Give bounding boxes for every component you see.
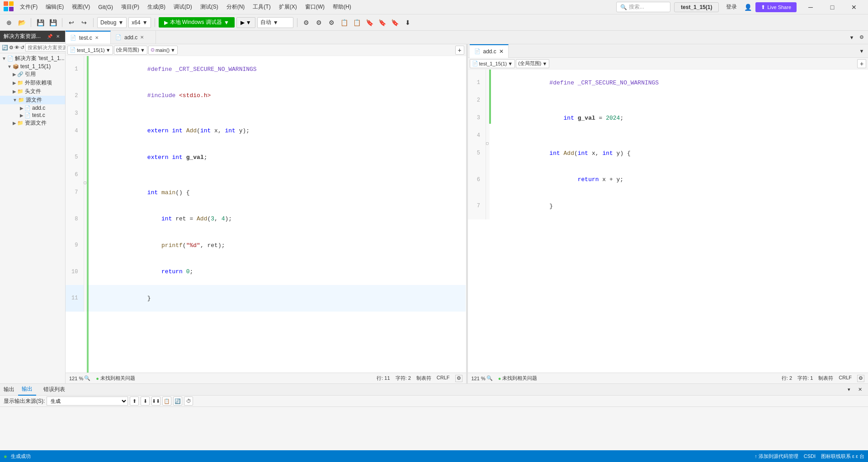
sync-btn[interactable]: 🔄 [2,43,8,52]
right-tab-close[interactable]: ✕ [499,48,504,55]
line-num-5: 5 [66,144,84,171]
debug-tool6[interactable]: 🔖 [364,17,375,28]
tree-item-references[interactable]: ▶ 🔗 引用 [0,70,65,79]
tree-item-project[interactable]: ▼ 📦 test_1_15(1) [0,63,65,70]
output-btn3[interactable]: ⬇⬇ [151,397,160,406]
minimize-button[interactable]: ─ [800,0,821,14]
menu-help[interactable]: 帮助(H) [329,1,355,13]
menu-git[interactable]: Git(G) [94,2,117,12]
right-no-errors: ● 未找到相关问题 [498,375,538,382]
debug-tool1[interactable]: ⚙ [301,17,312,28]
menu-view[interactable]: 视图(V) [68,1,94,13]
debug-tool4[interactable]: 📋 [339,17,350,28]
undo-btn[interactable]: ↩ [66,17,77,28]
tree-item-add-c[interactable]: ▶ 📄 add.c [0,104,65,112]
right-file-dropdown[interactable]: 📄 test_1_15(1) ▼ [470,59,515,68]
debug-tool3[interactable]: ⚙ [326,17,337,28]
panel-close-btn[interactable]: ✕ [855,385,864,394]
left-settings-btn[interactable]: ⚙ [455,375,462,382]
output-btn4[interactable]: 📋 [162,397,171,406]
right-scope-dropdown[interactable]: (全局范围) ▼ [516,59,549,68]
tree-item-extern-deps[interactable]: ▶ 📁 外部依赖项 [0,79,65,87]
tab-output[interactable]: 输出 [18,384,36,396]
tab-add-c[interactable]: 📄 add.c ✕ [111,31,156,44]
tab-add-c-close[interactable]: ✕ [140,35,144,40]
run-debug-button[interactable]: ▶ 本地 Windows 调试器 ▼ [159,17,235,28]
right-tab-dropdown-btn[interactable]: ▼ [857,47,866,56]
debug-tool9[interactable]: ⬇ [402,17,413,28]
tab-test-c[interactable]: 📄 test.c ✕ [66,31,111,44]
token: () { [175,189,189,196]
open-btn[interactable]: 📂 [16,17,27,28]
output-btn5[interactable]: 🔄 [173,397,182,406]
panel-pin-btn[interactable]: ▾ [844,385,854,394]
left-scope-dropdown[interactable]: (全局范围) ▼ [114,46,147,55]
login-button[interactable]: 登录 [722,2,741,12]
right-add-pane-btn[interactable]: + [857,59,866,68]
tree-item-sources[interactable]: ▼ 📁 源文件 [0,96,65,104]
menu-project[interactable]: 项目(P) [118,1,143,13]
redo-btn[interactable]: ↪ [79,17,90,28]
live-share-button[interactable]: ⬆ Live Share [755,2,797,12]
sep2 [62,18,62,27]
menu-build[interactable]: 生成(B) [144,1,169,13]
line-num-9: 9 [66,232,84,259]
debug-tool2[interactable]: ⚙ [314,17,325,28]
tree-item-headers[interactable]: ▶ 📁 头文件 [0,87,65,96]
tab-settings-btn[interactable]: ⚙ [857,33,866,42]
output-btn1[interactable]: ⬆ [130,397,139,406]
platform-dropdown[interactable]: x64 ▼ [128,17,151,28]
token [574,115,578,121]
token: } [147,295,151,302]
debug-tool7[interactable]: 🔖 [377,17,388,28]
tree-item-resources[interactable]: ▶ 📁 资源文件 [0,119,65,127]
left-file-dropdown[interactable]: 📄 test_1_15(1) ▼ [67,46,113,55]
properties-btn[interactable]: ⚙ [9,43,14,52]
menu-analyze[interactable]: 分析(N) [223,1,249,13]
menu-test[interactable]: 测试(S) [197,1,222,13]
output-btn6[interactable]: ⏱ [184,397,193,406]
menu-extend[interactable]: 扩展(X) [275,1,301,13]
output-btn2[interactable]: ⬇ [141,397,150,406]
menu-tools[interactable]: 工具(T) [249,1,274,13]
menu-file[interactable]: 文件(F) [16,1,41,13]
tab-test-c-close[interactable]: ✕ [95,35,99,40]
menu-edit[interactable]: 编辑(E) [42,1,67,13]
menu-window[interactable]: 窗口(W) [302,1,328,13]
debug-tool8[interactable]: 🔖 [390,17,401,28]
config-dropdown[interactable]: Debug ▼ [97,17,127,28]
close-panel-button[interactable]: ✕ [54,33,61,40]
right-zoom[interactable]: 121 % 🔍 [472,375,493,381]
title-search-box[interactable]: 🔍 搜索... [616,2,670,12]
tab-error-list[interactable]: 错误列表 [40,384,69,396]
left-nav-dropdown[interactable]: ⊙ main() ▼ [148,46,178,55]
new-project-btn[interactable]: ⊕ [4,17,14,28]
tree-item-solution[interactable]: ▼ 📄 解决方案 'test_1_1... [0,54,65,63]
code-line-3: 3 [66,109,466,118]
debug-tool5[interactable]: 📋 [352,17,363,28]
right-file-label: test_1_15(1) [479,61,507,66]
run-secondary-button[interactable]: ▶ ▼ [236,17,255,28]
left-code-area[interactable]: 1 #define _CRT_SECURE_NO_WARNINGS 2 #inc… [66,56,466,373]
tab-dropdown-btn[interactable]: ▼ [847,33,856,42]
auto-dropdown[interactable]: 自动 ▼ [257,17,293,28]
right-code-area[interactable]: 1 #define _CRT_SECURE_NO_WARNINGS 2 [468,70,868,373]
right-code-content-5: int Add(int x, int y) { [490,140,868,167]
close-button[interactable]: ✕ [844,0,864,14]
left-add-pane-btn[interactable]: + [455,46,464,55]
output-source-select[interactable]: 生成 [47,397,128,406]
left-zoom[interactable]: 121 % 🔍 [69,375,90,381]
right-settings-btn[interactable]: ⚙ [857,375,864,382]
save-all-btn[interactable]: 💾 [47,17,58,28]
chevron-resources: ▶ [13,121,16,126]
csdi-label: CSDI [804,453,816,459]
save-btn[interactable]: 💾 [35,17,46,28]
refresh-btn[interactable]: ↺ [20,43,24,52]
show-all-btn[interactable]: 👁 [14,43,19,52]
maximize-button[interactable]: □ [822,0,843,14]
menu-debug[interactable]: 调试(D) [170,1,196,13]
tree-item-test-c[interactable]: ▶ 📄 test.c [0,112,65,119]
pin-button[interactable]: 📌 [46,33,53,40]
right-pos-info: 行: 2 字符: 1 制表符 CRLF [782,375,852,382]
right-tab-add-c[interactable]: 📄 add.c ✕ [470,44,509,58]
